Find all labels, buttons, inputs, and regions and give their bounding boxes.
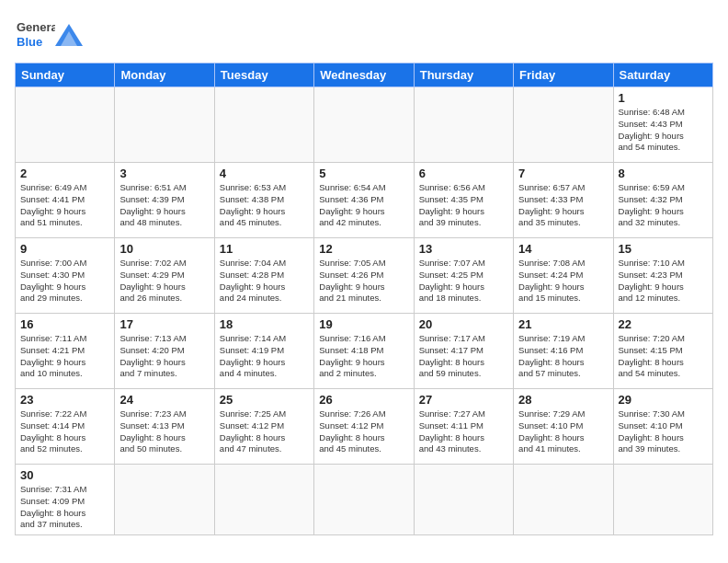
day-number: 13: [419, 242, 508, 256]
day-number: 11: [220, 242, 309, 256]
calendar-cell: [16, 87, 115, 163]
day-number: 20: [419, 317, 508, 331]
day-number: 14: [518, 242, 608, 256]
calendar-cell: 29Sunrise: 7:30 AM Sunset: 4:10 PM Dayli…: [613, 389, 712, 465]
calendar-week-row: 30Sunrise: 7:31 AM Sunset: 4:09 PM Dayli…: [16, 465, 713, 535]
day-info: Sunrise: 7:04 AM Sunset: 4:28 PM Dayligh…: [220, 258, 309, 304]
day-info: Sunrise: 7:23 AM Sunset: 4:13 PM Dayligh…: [119, 408, 209, 455]
col-header-wednesday: Wednesday: [314, 63, 414, 87]
day-number: 27: [419, 393, 508, 407]
day-info: Sunrise: 7:02 AM Sunset: 4:29 PM Dayligh…: [119, 258, 209, 304]
day-number: 12: [319, 242, 408, 256]
calendar-week-row: 2Sunrise: 6:49 AM Sunset: 4:41 PM Daylig…: [16, 163, 713, 238]
day-info: Sunrise: 7:05 AM Sunset: 4:26 PM Dayligh…: [319, 258, 408, 304]
calendar-cell: 13Sunrise: 7:07 AM Sunset: 4:25 PM Dayli…: [414, 238, 513, 314]
day-number: 5: [319, 167, 408, 180]
calendar-cell: [115, 465, 214, 535]
day-number: 9: [20, 242, 109, 256]
day-number: 2: [20, 167, 109, 180]
day-number: 10: [119, 242, 209, 256]
day-info: Sunrise: 6:56 AM Sunset: 4:35 PM Dayligh…: [419, 182, 508, 229]
calendar-cell: 5Sunrise: 6:54 AM Sunset: 4:36 PM Daylig…: [314, 163, 414, 238]
calendar-cell: 2Sunrise: 6:49 AM Sunset: 4:41 PM Daylig…: [16, 163, 115, 238]
day-info: Sunrise: 7:07 AM Sunset: 4:25 PM Dayligh…: [419, 258, 508, 304]
calendar-cell: [613, 465, 712, 535]
calendar-cell: 12Sunrise: 7:05 AM Sunset: 4:26 PM Dayli…: [314, 238, 414, 314]
day-info: Sunrise: 7:17 AM Sunset: 4:17 PM Dayligh…: [419, 333, 508, 380]
calendar-week-row: 23Sunrise: 7:22 AM Sunset: 4:14 PM Dayli…: [16, 389, 713, 465]
calendar-cell: [414, 465, 513, 535]
day-number: 3: [119, 167, 209, 180]
day-number: 8: [619, 167, 708, 180]
col-header-monday: Monday: [115, 63, 214, 87]
calendar-week-row: 9Sunrise: 7:00 AM Sunset: 4:30 PM Daylig…: [16, 238, 713, 314]
calendar-cell: 27Sunrise: 7:27 AM Sunset: 4:11 PM Dayli…: [414, 389, 513, 465]
calendar-cell: 23Sunrise: 7:22 AM Sunset: 4:14 PM Dayli…: [16, 389, 115, 465]
day-number: 30: [20, 468, 109, 482]
day-number: 25: [220, 393, 309, 407]
calendar-cell: [514, 87, 613, 163]
col-header-thursday: Thursday: [414, 63, 513, 87]
logo-svg: General Blue: [15, 15, 55, 55]
day-info: Sunrise: 7:10 AM Sunset: 4:23 PM Dayligh…: [619, 258, 708, 304]
calendar-cell: 26Sunrise: 7:26 AM Sunset: 4:12 PM Dayli…: [314, 389, 414, 465]
calendar-week-row: 16Sunrise: 7:11 AM Sunset: 4:21 PM Dayli…: [16, 314, 713, 389]
calendar-cell: 4Sunrise: 6:53 AM Sunset: 4:38 PM Daylig…: [214, 163, 313, 238]
day-info: Sunrise: 6:49 AM Sunset: 4:41 PM Dayligh…: [20, 182, 109, 229]
calendar-cell: 30Sunrise: 7:31 AM Sunset: 4:09 PM Dayli…: [16, 465, 115, 535]
calendar-cell: 14Sunrise: 7:08 AM Sunset: 4:24 PM Dayli…: [514, 238, 613, 314]
calendar-cell: 22Sunrise: 7:20 AM Sunset: 4:15 PM Dayli…: [613, 314, 712, 389]
calendar-cell: 17Sunrise: 7:13 AM Sunset: 4:20 PM Dayli…: [115, 314, 214, 389]
col-header-saturday: Saturday: [613, 63, 712, 87]
day-info: Sunrise: 7:27 AM Sunset: 4:11 PM Dayligh…: [419, 408, 508, 455]
day-number: 24: [119, 393, 209, 407]
col-header-tuesday: Tuesday: [214, 63, 313, 87]
calendar-cell: [214, 87, 313, 163]
day-info: Sunrise: 6:59 AM Sunset: 4:32 PM Dayligh…: [619, 182, 708, 229]
calendar-cell: 25Sunrise: 7:25 AM Sunset: 4:12 PM Dayli…: [214, 389, 313, 465]
calendar-cell: 19Sunrise: 7:16 AM Sunset: 4:18 PM Dayli…: [314, 314, 414, 389]
day-info: Sunrise: 7:00 AM Sunset: 4:30 PM Dayligh…: [20, 258, 109, 304]
calendar-cell: 7Sunrise: 6:57 AM Sunset: 4:33 PM Daylig…: [514, 163, 613, 238]
day-number: 18: [220, 317, 309, 331]
calendar-cell: 6Sunrise: 6:56 AM Sunset: 4:35 PM Daylig…: [414, 163, 513, 238]
day-number: 22: [619, 317, 708, 331]
calendar-week-row: 1Sunrise: 6:48 AM Sunset: 4:43 PM Daylig…: [16, 87, 713, 163]
calendar-cell: [214, 465, 313, 535]
day-number: 16: [20, 317, 109, 331]
logo-wordmark: General Blue: [15, 15, 83, 55]
calendar-cell: 11Sunrise: 7:04 AM Sunset: 4:28 PM Dayli…: [214, 238, 313, 314]
day-info: Sunrise: 6:54 AM Sunset: 4:36 PM Dayligh…: [319, 182, 408, 229]
logo: General Blue: [15, 15, 83, 55]
svg-text:General: General: [17, 20, 55, 34]
calendar-cell: 18Sunrise: 7:14 AM Sunset: 4:19 PM Dayli…: [214, 314, 313, 389]
svg-text:Blue: Blue: [17, 35, 42, 49]
day-info: Sunrise: 7:16 AM Sunset: 4:18 PM Dayligh…: [319, 333, 408, 380]
day-number: 7: [518, 167, 608, 180]
day-number: 17: [119, 317, 209, 331]
day-number: 26: [319, 393, 408, 407]
calendar-cell: [514, 465, 613, 535]
calendar-cell: 10Sunrise: 7:02 AM Sunset: 4:29 PM Dayli…: [115, 238, 214, 314]
calendar-cell: 20Sunrise: 7:17 AM Sunset: 4:17 PM Dayli…: [414, 314, 513, 389]
calendar-cell: [115, 87, 214, 163]
day-info: Sunrise: 7:26 AM Sunset: 4:12 PM Dayligh…: [319, 408, 408, 455]
day-number: 29: [619, 393, 708, 407]
day-number: 6: [419, 167, 508, 180]
day-number: 1: [619, 91, 708, 105]
day-info: Sunrise: 7:13 AM Sunset: 4:20 PM Dayligh…: [119, 333, 209, 380]
day-info: Sunrise: 7:20 AM Sunset: 4:15 PM Dayligh…: [619, 333, 708, 380]
day-info: Sunrise: 7:08 AM Sunset: 4:24 PM Dayligh…: [518, 258, 608, 304]
day-info: Sunrise: 7:30 AM Sunset: 4:10 PM Dayligh…: [619, 408, 708, 455]
calendar-cell: 16Sunrise: 7:11 AM Sunset: 4:21 PM Dayli…: [16, 314, 115, 389]
day-info: Sunrise: 6:53 AM Sunset: 4:38 PM Dayligh…: [220, 182, 309, 229]
calendar-cell: 24Sunrise: 7:23 AM Sunset: 4:13 PM Dayli…: [115, 389, 214, 465]
day-number: 28: [518, 393, 608, 407]
day-info: Sunrise: 7:19 AM Sunset: 4:16 PM Dayligh…: [518, 333, 608, 380]
col-header-friday: Friday: [514, 63, 613, 87]
calendar-cell: 9Sunrise: 7:00 AM Sunset: 4:30 PM Daylig…: [16, 238, 115, 314]
calendar-header-row: SundayMondayTuesdayWednesdayThursdayFrid…: [16, 63, 713, 87]
day-info: Sunrise: 7:25 AM Sunset: 4:12 PM Dayligh…: [220, 408, 309, 455]
day-number: 4: [220, 167, 309, 180]
calendar-cell: [414, 87, 513, 163]
